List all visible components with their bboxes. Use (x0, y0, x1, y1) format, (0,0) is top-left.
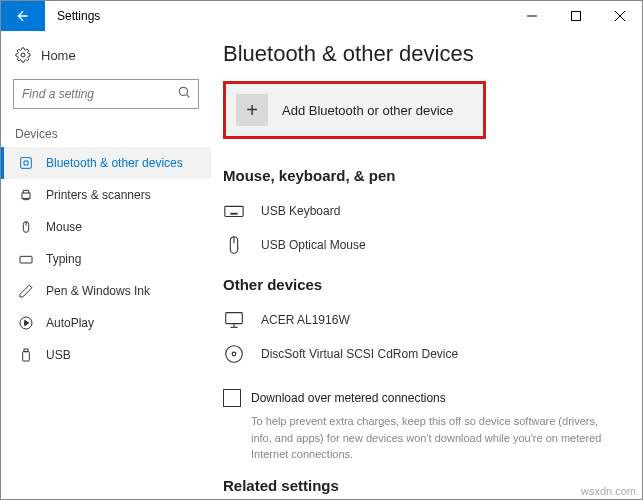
device-monitor[interactable]: ACER AL1916W (223, 303, 622, 337)
svg-rect-7 (21, 158, 32, 169)
plus-icon: + (236, 94, 268, 126)
svg-line-6 (187, 95, 190, 98)
home-button[interactable]: Home (1, 41, 211, 69)
sidebar-item-label: Printers & scanners (46, 188, 151, 202)
sidebar-item-mouse[interactable]: Mouse (1, 211, 211, 243)
device-label: USB Optical Mouse (261, 238, 366, 252)
window-controls (510, 1, 642, 31)
maximize-icon (571, 11, 581, 21)
device-label: ACER AL1916W (261, 313, 350, 327)
svg-rect-8 (22, 193, 30, 198)
search-icon (177, 85, 191, 103)
section-heading-mkp: Mouse, keyboard, & pen (223, 167, 622, 184)
arrow-left-icon (15, 8, 31, 24)
metered-label: Download over metered connections (251, 391, 446, 405)
pen-icon (18, 283, 34, 299)
svg-marker-16 (25, 320, 29, 325)
minimize-button[interactable] (510, 1, 554, 31)
svg-point-5 (179, 87, 187, 95)
sidebar-item-label: USB (46, 348, 71, 362)
device-disc[interactable]: DiscSoft Virtual SCSI CdRom Device (223, 337, 622, 371)
sidebar-item-label: AutoPlay (46, 316, 94, 330)
content-pane: Bluetooth & other devices + Add Bluetoot… (211, 31, 642, 500)
add-bluetooth-label: Add Bluetooth or other device (282, 103, 453, 118)
sidebar-item-bluetooth[interactable]: Bluetooth & other devices (1, 147, 211, 179)
usb-icon (18, 347, 34, 363)
sidebar-item-label: Bluetooth & other devices (46, 156, 183, 170)
group-label-devices: Devices (1, 123, 211, 147)
autoplay-icon (18, 315, 34, 331)
section-heading-related: Related settings (223, 477, 622, 494)
sidebar-item-label: Pen & Windows Ink (46, 284, 150, 298)
keyboard-icon (223, 200, 245, 222)
sidebar-item-printers[interactable]: Printers & scanners (1, 179, 211, 211)
sidebar-item-label: Typing (46, 252, 81, 266)
keyboard-icon (18, 251, 34, 267)
minimize-icon (527, 11, 537, 21)
add-bluetooth-button[interactable]: + Add Bluetooth or other device (226, 84, 483, 136)
sidebar: Home Devices Bluetooth & other devices P… (1, 31, 211, 500)
bluetooth-icon (18, 155, 34, 171)
close-button[interactable] (598, 1, 642, 31)
svg-rect-27 (226, 313, 243, 324)
svg-rect-19 (225, 206, 243, 216)
disc-icon (223, 343, 245, 365)
home-label: Home (41, 48, 76, 63)
sidebar-item-typing[interactable]: Typing (1, 243, 211, 275)
mouse-icon (223, 234, 245, 256)
monitor-icon (223, 309, 245, 331)
svg-point-31 (232, 352, 236, 356)
add-bluetooth-highlight: + Add Bluetooth or other device (223, 81, 486, 139)
watermark: wsxdn.com (581, 485, 636, 497)
back-button[interactable] (1, 1, 45, 31)
checkbox-icon[interactable] (223, 389, 241, 407)
close-icon (615, 11, 625, 21)
titlebar: Settings (1, 1, 642, 31)
gear-icon (15, 47, 31, 63)
maximize-button[interactable] (554, 1, 598, 31)
sidebar-item-autoplay[interactable]: AutoPlay (1, 307, 211, 339)
page-title: Bluetooth & other devices (223, 41, 622, 67)
section-heading-other: Other devices (223, 276, 622, 293)
device-usb-mouse[interactable]: USB Optical Mouse (223, 228, 622, 262)
device-label: DiscSoft Virtual SCSI CdRom Device (261, 347, 458, 361)
svg-rect-11 (20, 256, 32, 263)
svg-point-4 (21, 53, 25, 57)
svg-rect-18 (23, 352, 30, 361)
svg-rect-1 (572, 12, 581, 21)
sidebar-item-label: Mouse (46, 220, 82, 234)
svg-point-30 (226, 346, 243, 363)
window-title: Settings (45, 9, 100, 23)
sidebar-item-usb[interactable]: USB (1, 339, 211, 371)
sidebar-item-pen[interactable]: Pen & Windows Ink (1, 275, 211, 307)
device-label: USB Keyboard (261, 204, 340, 218)
search-input[interactable] (13, 79, 199, 109)
printer-icon (18, 187, 34, 203)
metered-help-text: To help prevent extra charges, keep this… (223, 407, 603, 463)
device-usb-keyboard[interactable]: USB Keyboard (223, 194, 622, 228)
mouse-icon (18, 219, 34, 235)
metered-checkbox-row[interactable]: Download over metered connections (223, 389, 622, 407)
